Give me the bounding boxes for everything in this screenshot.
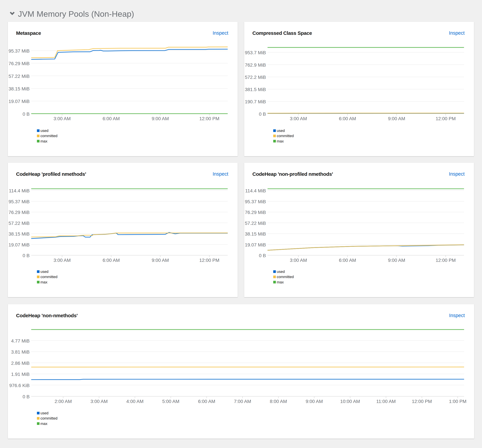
svg-text:3.81 MiB: 3.81 MiB [11,349,30,355]
svg-text:6:00 AM: 6:00 AM [198,399,215,404]
svg-text:used: used [40,128,48,133]
svg-text:38.15 MiB: 38.15 MiB [8,86,30,91]
svg-text:95.37 MiB: 95.37 MiB [8,199,30,204]
svg-text:committed: committed [40,275,57,279]
svg-text:0 B: 0 B [23,253,30,258]
svg-text:57.22 MiB: 57.22 MiB [245,221,266,226]
svg-text:3:00 AM: 3:00 AM [54,258,71,263]
svg-text:3:00 AM: 3:00 AM [54,116,71,121]
svg-text:0 B: 0 B [23,112,30,117]
svg-text:max: max [277,139,284,143]
svg-text:114.4 MiB: 114.4 MiB [245,188,266,193]
svg-text:max: max [277,280,284,284]
svg-text:95.37 MiB: 95.37 MiB [8,48,30,54]
svg-text:1.91 MiB: 1.91 MiB [11,372,30,377]
svg-text:used: used [40,270,48,274]
svg-text:used: used [277,270,285,274]
svg-text:2.86 MiB: 2.86 MiB [11,361,30,366]
svg-text:6:00 AM: 6:00 AM [339,116,356,121]
svg-text:572.2 MiB: 572.2 MiB [245,75,266,80]
svg-text:114.4 MiB: 114.4 MiB [9,188,30,193]
svg-text:76.29 MiB: 76.29 MiB [8,61,30,66]
svg-text:max: max [40,280,47,284]
svg-text:38.15 MiB: 38.15 MiB [245,231,266,237]
svg-text:9:00 AM: 9:00 AM [152,258,169,263]
svg-text:committed: committed [277,275,294,279]
svg-text:38.15 MiB: 38.15 MiB [8,231,30,237]
svg-text:0 B: 0 B [23,394,30,399]
svg-text:12:00 PM: 12:00 PM [199,116,219,121]
svg-text:2:00 AM: 2:00 AM [55,399,72,404]
svg-text:9:00 AM: 9:00 AM [306,399,323,404]
svg-text:8:00 AM: 8:00 AM [270,399,287,404]
svg-text:11:00 AM: 11:00 AM [376,399,396,404]
svg-text:12:00 PM: 12:00 PM [436,116,456,121]
svg-text:976.6 KiB: 976.6 KiB [9,383,30,388]
svg-text:76.29 MiB: 76.29 MiB [245,210,266,215]
svg-text:57.22 MiB: 57.22 MiB [8,221,30,226]
svg-text:762.9 MiB: 762.9 MiB [245,63,266,68]
svg-text:7:00 AM: 7:00 AM [234,399,251,404]
svg-text:190.7 MiB: 190.7 MiB [245,99,266,104]
svg-text:4:00 AM: 4:00 AM [126,399,144,404]
svg-text:12:00 PM: 12:00 PM [412,399,432,404]
svg-text:committed: committed [40,134,57,138]
svg-text:57.22 MiB: 57.22 MiB [8,74,30,79]
svg-text:5:00 AM: 5:00 AM [162,399,179,404]
svg-text:19.07 MiB: 19.07 MiB [245,242,266,248]
svg-text:0 B: 0 B [259,253,266,258]
svg-text:9:00 AM: 9:00 AM [388,116,405,121]
svg-text:max: max [40,422,47,426]
svg-text:95.37 MiB: 95.37 MiB [245,199,266,204]
svg-text:committed: committed [40,416,57,420]
svg-text:381.5 MiB: 381.5 MiB [245,87,266,92]
svg-text:12:00 PM: 12:00 PM [199,258,219,263]
svg-text:9:00 AM: 9:00 AM [152,116,169,121]
svg-text:6:00 AM: 6:00 AM [339,258,356,263]
svg-text:6:00 AM: 6:00 AM [103,258,120,263]
svg-text:committed: committed [277,134,294,138]
svg-text:10:00 AM: 10:00 AM [340,399,360,404]
svg-text:9:00 AM: 9:00 AM [388,258,405,263]
svg-text:3:00 AM: 3:00 AM [91,399,108,404]
svg-text:used: used [40,411,48,415]
svg-text:76.29 MiB: 76.29 MiB [8,210,30,215]
svg-text:6:00 AM: 6:00 AM [103,116,120,121]
svg-text:4.77 MiB: 4.77 MiB [11,338,30,344]
svg-text:19.07 MiB: 19.07 MiB [8,242,30,248]
svg-text:max: max [40,139,47,143]
svg-text:12:00 PM: 12:00 PM [436,258,456,263]
svg-text:953.7 MiB: 953.7 MiB [245,50,266,55]
svg-text:3:00 AM: 3:00 AM [290,258,307,263]
svg-text:1:00 PM: 1:00 PM [449,399,466,404]
svg-text:0 B: 0 B [259,112,266,117]
svg-text:19.07 MiB: 19.07 MiB [8,99,30,104]
svg-text:used: used [277,128,285,133]
svg-text:3:00 AM: 3:00 AM [290,116,307,121]
